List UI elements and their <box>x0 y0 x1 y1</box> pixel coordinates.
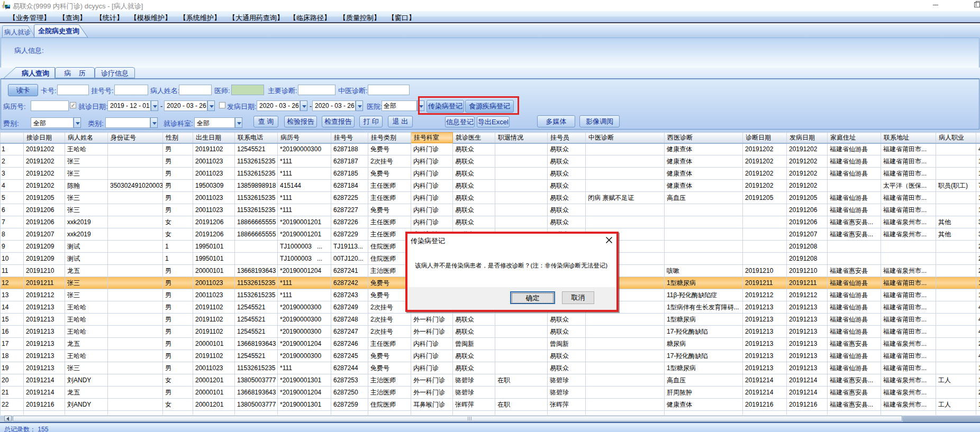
svg-text:病人查询: 病人查询 <box>21 69 49 77</box>
svg-text:全院病史查询: 全院病史查询 <box>38 27 79 35</box>
svg-text:病人就诊: 病人就诊 <box>4 29 31 36</box>
